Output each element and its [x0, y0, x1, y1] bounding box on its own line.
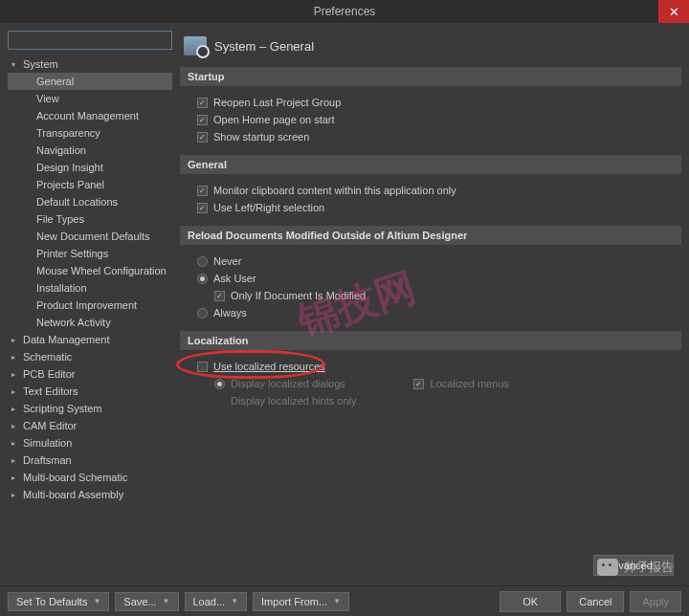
caret-right-icon: ▸: [11, 370, 21, 379]
radio-ask-user[interactable]: Ask User: [197, 270, 678, 287]
check-use-localized[interactable]: Use localized resources: [197, 358, 678, 375]
tree-item[interactable]: ▸PCB Editor: [8, 365, 172, 383]
caret-right-icon: ▸: [11, 387, 21, 396]
tree-item[interactable]: Projects Panel: [8, 176, 172, 193]
tree-item[interactable]: ▸Simulation: [8, 434, 172, 451]
check-localized-menus: Localized menus: [413, 375, 509, 392]
tree-item[interactable]: ▸Multi-board Assembly: [8, 486, 172, 503]
footer: Set To Defaults ▼ Save... ▼ Load... ▼ Im…: [0, 585, 689, 616]
radio-never[interactable]: Never: [197, 253, 678, 270]
check-clipboard[interactable]: Monitor clipboard content within this ap…: [197, 182, 678, 199]
tree-item[interactable]: Mouse Wheel Configuration: [8, 262, 172, 279]
check-leftright[interactable]: Use Left/Right selection: [197, 199, 678, 216]
radio-always[interactable]: Always: [197, 304, 678, 321]
defaults-button[interactable]: Set To Defaults ▼: [8, 592, 109, 611]
tree-item[interactable]: ▸Multi-board Schematic: [8, 469, 172, 486]
load-button[interactable]: Load... ▼: [185, 592, 248, 611]
caret-right-icon: ▸: [11, 439, 21, 448]
check-only-if-modified[interactable]: Only If Document Is Modified: [214, 287, 678, 304]
checkbox-icon: [197, 203, 208, 213]
section-localization: Localization: [180, 331, 681, 350]
chevron-down-icon: ▼: [231, 597, 238, 605]
radio-display-dialogs: Display localized dialogs: [214, 375, 356, 392]
wechat-overlay: 帅子报告: [597, 559, 674, 576]
window-title: Preferences: [314, 5, 376, 18]
cancel-button[interactable]: Cancel: [567, 591, 624, 612]
preferences-tree: ▾ System GeneralViewAccount ManagementTr…: [8, 55, 172, 503]
check-show-startup[interactable]: Show startup screen: [197, 128, 678, 145]
caret-right-icon: ▸: [11, 353, 21, 362]
ok-button[interactable]: OK: [500, 591, 561, 612]
tree-item[interactable]: ▸Schematic: [8, 348, 172, 365]
checkbox-icon: [214, 291, 225, 301]
radio-icon: [197, 256, 208, 267]
tree-item[interactable]: ▸Text Editors: [8, 383, 172, 400]
tree-item[interactable]: Product Improvement: [8, 297, 172, 314]
tree-item[interactable]: Design Insight: [8, 159, 172, 176]
section-general: General: [180, 155, 681, 174]
chevron-down-icon: ▼: [333, 597, 341, 605]
checkbox-icon: [413, 379, 424, 389]
caret-right-icon: ▸: [11, 473, 21, 482]
tree-item[interactable]: Installation: [8, 279, 172, 297]
tree-item[interactable]: Default Locations: [8, 193, 172, 210]
apply-button[interactable]: Apply: [630, 591, 681, 612]
check-open-home[interactable]: Open Home page on start: [197, 111, 678, 128]
save-button[interactable]: Save... ▼: [115, 592, 178, 611]
checkbox-icon: [197, 362, 208, 372]
tree-item[interactable]: ▸Scripting System: [8, 400, 172, 417]
caret-right-icon: ▸: [11, 405, 21, 413]
caret-right-icon: ▸: [11, 422, 21, 430]
content-panel: System – General Startup Reopen Last Pro…: [180, 31, 681, 582]
close-icon: ✕: [669, 5, 679, 19]
checkbox-icon: [197, 186, 208, 196]
checkbox-icon: [197, 98, 208, 108]
caret-down-icon: ▾: [11, 60, 21, 69]
check-reopen-last-project[interactable]: Reopen Last Project Group: [197, 94, 678, 111]
chevron-down-icon: ▼: [93, 597, 100, 605]
tree-item[interactable]: View: [8, 90, 172, 107]
check-display-hints: Display localized hints only: [214, 392, 356, 409]
titlebar: Preferences ✕: [0, 0, 689, 23]
caret-right-icon: ▸: [11, 456, 21, 465]
caret-right-icon: ▸: [11, 491, 21, 499]
page-title: System – General: [214, 39, 314, 54]
checkbox-icon: [197, 115, 208, 125]
radio-icon: [214, 379, 225, 389]
tree-item[interactable]: Account Management: [8, 107, 172, 124]
tree-item[interactable]: Transparency: [8, 124, 172, 142]
tree-item[interactable]: General: [8, 73, 172, 90]
radio-icon: [197, 274, 208, 284]
tree-item[interactable]: ▸Data Management: [8, 331, 172, 348]
tree-item[interactable]: New Document Defaults: [8, 228, 172, 245]
tree-item-system[interactable]: ▾ System: [8, 55, 172, 73]
tree-item[interactable]: ▸Draftsman: [8, 451, 172, 469]
wechat-icon: [597, 559, 618, 576]
radio-icon: [197, 308, 208, 319]
tree-item[interactable]: File Types: [8, 210, 172, 228]
tree-item[interactable]: Navigation: [8, 142, 172, 159]
import-button[interactable]: Import From... ▼: [253, 592, 349, 611]
tree-item[interactable]: ▸CAM Editor: [8, 417, 172, 434]
close-button[interactable]: ✕: [658, 0, 689, 23]
search-input[interactable]: [8, 31, 172, 50]
checkbox-icon: [197, 132, 208, 143]
page-icon: [184, 36, 207, 55]
section-startup: Startup: [180, 67, 681, 86]
section-reload: Reload Documents Modified Outside of Alt…: [180, 226, 681, 245]
tree-item[interactable]: Network Activity: [8, 314, 172, 331]
tree-item[interactable]: Printer Settings: [8, 245, 172, 262]
left-panel: 🔍 ▾ System GeneralViewAccount Management…: [8, 31, 172, 582]
caret-right-icon: ▸: [11, 336, 21, 344]
chevron-down-icon: ▼: [163, 597, 170, 605]
